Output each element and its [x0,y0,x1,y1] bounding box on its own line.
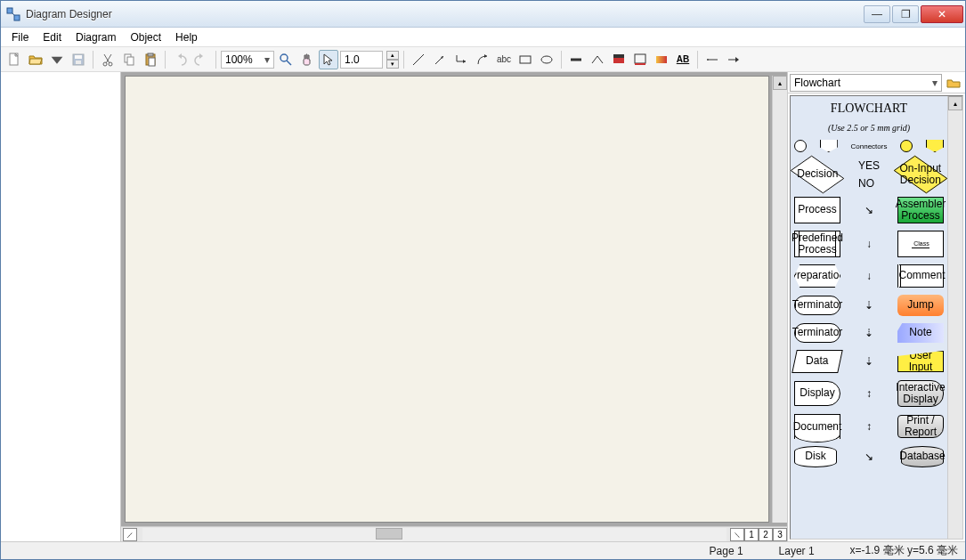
menu-edit[interactable]: Edit [37,29,67,45]
text-style-icon[interactable]: AB [673,50,693,69]
horizontal-scrollbar: ⟋ ⟍ 1 2 3 [121,526,787,541]
menu-file[interactable]: File [6,29,34,45]
shape-terminator2[interactable]: Terminator [794,323,840,343]
arrow-icon[interactable]: ↕ [860,387,878,400]
pan-tool-icon[interactable] [297,50,317,69]
stencil-body: ▴ FLOWCHART (Use 2.5 or 5 mm grid) Conne… [790,95,963,540]
dropdown-icon[interactable] [47,50,67,69]
scroll-up-icon[interactable]: ▴ [773,76,787,90]
svg-point-19 [280,54,288,61]
arrow-end-icon[interactable] [724,50,743,69]
arrow-icon[interactable]: ⇣ [860,327,878,339]
hscroll-thumb[interactable] [376,528,402,540]
svg-rect-6 [75,55,82,59]
shape-document[interactable]: Document [794,414,840,439]
workarea: ▴ ⟋ ⟍ 1 2 3 Flowchart [1,72,965,541]
spinner-buttons[interactable]: ▴▾ [386,51,399,69]
line-color-icon[interactable] [630,50,650,69]
separator [403,51,404,69]
shape-preparation[interactable]: Preparation [794,264,840,288]
paste-button[interactable] [141,50,160,69]
separator [561,51,562,69]
hscroll-track[interactable] [142,528,727,541]
undo-button[interactable] [170,50,190,69]
svg-rect-0 [7,8,12,13]
svg-rect-13 [127,57,134,65]
stencil-header: Flowchart [788,72,965,93]
left-panel[interactable] [1,72,121,541]
save-button[interactable] [69,50,88,69]
arrow-icon[interactable]: ↘ [860,450,878,463]
shape-display[interactable]: Display [794,381,840,406]
gradient-icon[interactable] [652,50,671,69]
close-button[interactable]: ✕ [921,5,963,23]
arrow-icon[interactable]: ⇣ [860,355,878,368]
shape-jump[interactable]: Jump [897,295,944,316]
menu-diagram[interactable]: Diagram [70,29,121,45]
separator [165,51,166,69]
shape-oninput-decision[interactable]: On-Input Decision [894,156,948,194]
connector-offpage[interactable] [820,140,838,152]
text-tool-icon[interactable]: abc [494,50,514,69]
arrow-tool-icon[interactable] [430,50,450,69]
connector2-icon[interactable] [473,50,492,69]
shape-printreport[interactable]: Print / Report [897,415,944,438]
shape-database[interactable]: Database [901,446,944,467]
maximize-button[interactable]: ❐ [892,5,919,23]
stencil-combo[interactable]: Flowchart [790,74,942,92]
layer-tab-2[interactable]: 2 [759,528,773,541]
shape-class[interactable]: Class [897,231,944,257]
line-style-icon[interactable] [566,50,586,69]
shape-process[interactable]: Process [794,197,840,223]
shape-disk[interactable]: Disk [794,446,837,467]
ellipse-tool-icon[interactable] [537,50,556,69]
stencil-open-icon[interactable] [944,73,963,93]
arrow-icon[interactable]: ↕ [860,420,878,433]
zoom-combo[interactable]: 100%▾ [221,51,274,69]
svg-marker-21 [324,54,332,65]
app-icon [6,7,20,21]
shape-data[interactable]: Data [791,350,843,373]
vertical-scrollbar[interactable]: ▴ [772,76,787,523]
shape-int-display[interactable]: Interactive Display [897,380,944,407]
arrow-icon[interactable]: ↘ [860,204,878,216]
shape-userinput[interactable]: User Input [897,351,944,372]
line-style2-icon[interactable] [588,50,607,69]
shape-comment[interactable]: Comment [897,264,944,288]
menu-help[interactable]: Help [170,29,203,45]
line-width-spinner[interactable]: 1.0 [340,51,383,69]
arrow-icon[interactable]: ↓ [860,238,878,250]
slide-tab2-icon[interactable]: ⟍ [730,528,744,541]
stencil-scrollbar[interactable]: ▴ [947,96,962,539]
layer-tab-1[interactable]: 1 [744,528,759,541]
shape-decision[interactable]: Decision [791,156,845,194]
layer-tab-3[interactable]: 3 [773,528,787,541]
connector-circle[interactable] [794,140,807,152]
cut-button[interactable] [98,50,118,69]
rect-tool-icon[interactable] [515,50,535,69]
shape-assembler[interactable]: Assembler Process [897,197,944,223]
scroll-up-icon[interactable]: ▴ [948,96,962,110]
shape-predefined[interactable]: Predefined Process [794,231,840,257]
open-button[interactable] [26,50,45,69]
arrow-start-icon[interactable] [702,50,722,69]
canvas[interactable] [125,76,769,523]
connector-offpage-yellow[interactable] [926,140,944,152]
new-button[interactable] [4,50,24,69]
shape-note[interactable]: Note [897,323,944,343]
line-tool-icon[interactable] [409,50,428,69]
svg-marker-4 [52,56,63,63]
shape-terminator[interactable]: Terminator [794,296,840,315]
zoom-tool-icon[interactable] [276,50,296,69]
connector1-icon[interactable] [451,50,471,69]
fill-color-icon[interactable] [609,50,629,69]
copy-button[interactable] [119,50,139,69]
arrow-icon[interactable]: ⇣ [860,299,878,312]
redo-button[interactable] [191,50,211,69]
slide-tab-icon[interactable]: ⟋ [123,528,137,541]
minimize-button[interactable]: — [864,5,890,23]
menu-object[interactable]: Object [125,29,166,45]
connector-circle-yellow[interactable] [900,140,913,152]
pointer-tool-icon[interactable] [319,50,338,69]
arrow-icon[interactable]: ↓ [860,270,878,282]
